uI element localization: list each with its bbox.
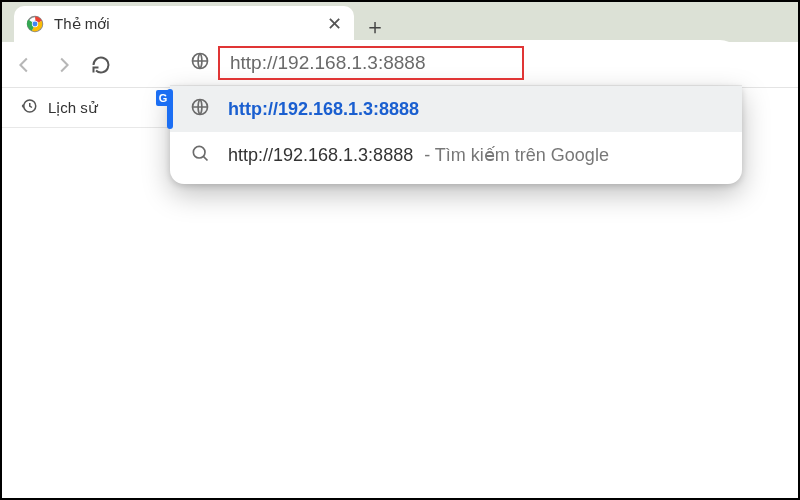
tab-title: Thẻ mới [54,15,317,33]
forward-button[interactable] [46,48,80,82]
selection-indicator [167,89,173,129]
suggestion-item[interactable]: http://192.168.1.3:8888 [170,86,742,132]
suggestion-list: http://192.168.1.3:8888 http://192.168.1… [170,86,742,184]
tab-strip: Thẻ mới ✕ ＋ [2,2,798,42]
svg-point-7 [193,146,205,158]
chrome-logo-icon [26,15,44,33]
reload-button[interactable] [84,48,118,82]
back-button[interactable] [8,48,42,82]
bookmark-history[interactable]: Lịch sử [48,99,98,117]
suggestion-text: http://192.168.1.3:8888 [228,99,419,120]
search-icon [190,143,210,168]
suggestion-text: http://192.168.1.3:8888 [228,145,413,165]
omnibox-popup: G http://192.168.1.3:8888 http://192.168… [170,40,742,184]
url-input[interactable] [228,51,722,75]
history-icon [20,97,38,119]
suggestion-item[interactable]: http://192.168.1.3:8888 - Tìm kiếm trên … [170,132,742,178]
close-icon[interactable]: ✕ [327,15,342,33]
globe-icon [190,97,210,122]
suggestion-extra: - Tìm kiếm trên Google [419,145,609,165]
address-bar[interactable] [170,40,742,86]
svg-point-3 [33,22,38,27]
globe-icon [190,51,210,75]
new-tab-button[interactable]: ＋ [360,12,390,42]
bookmarks-bar: Lịch sử [2,88,170,128]
browser-tab[interactable]: Thẻ mới ✕ [14,6,354,42]
